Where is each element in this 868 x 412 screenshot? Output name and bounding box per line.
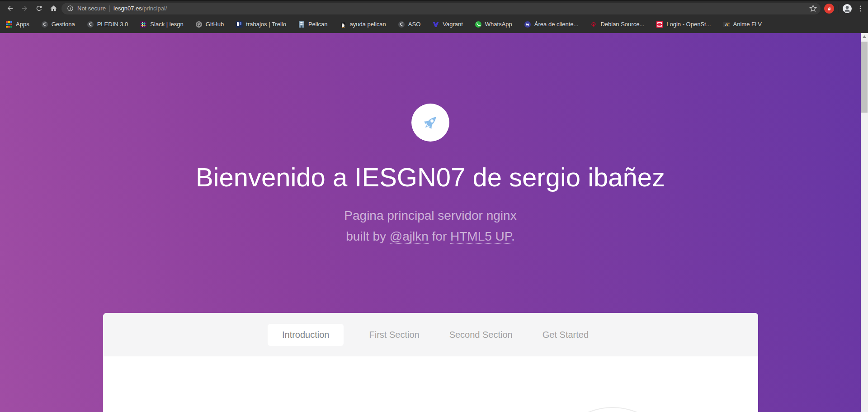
reload-icon: [35, 5, 43, 12]
page-viewport: Bienvenido a IESGN07 de sergio ibañez Pa…: [0, 33, 868, 412]
bookmark-label: ayuda pelican: [350, 21, 386, 28]
bookmark-label: Pelican: [308, 21, 328, 28]
bookmark-label: trabajos | Trello: [246, 21, 286, 28]
scrollbar-thumb[interactable]: [861, 42, 868, 113]
bookmark-gestiona[interactable]: Gestiona: [41, 21, 75, 28]
url-path: /principal/: [142, 5, 167, 12]
bookmark-aso[interactable]: ASO: [398, 21, 420, 28]
bookmark-trello[interactable]: trabajos | Trello: [236, 21, 286, 28]
byline-suffix: .: [511, 229, 515, 243]
page-subtitle: Pagina principal servidor nginx: [0, 207, 861, 225]
openstack-favicon: [656, 21, 663, 28]
bookmark-label: PLEDIN 3.0: [97, 21, 128, 28]
svg-text:F: F: [727, 22, 730, 27]
bookmark-label: ASO: [408, 21, 420, 28]
toolbar-right-cluster: [822, 3, 864, 14]
bookmark-vagrant[interactable]: Vagrant: [432, 21, 463, 28]
byline-prefix: built by: [346, 229, 390, 243]
bookmark-label: Área de cliente...: [534, 21, 579, 28]
omnibox-divider: [109, 5, 110, 12]
bookmark-apps[interactable]: Apps: [5, 21, 29, 28]
bookmark-area-cliente[interactable]: Área de cliente...: [524, 21, 579, 28]
card-body: [103, 356, 758, 412]
whatsapp-favicon: [475, 21, 482, 28]
bookmark-star-icon[interactable]: [809, 5, 817, 12]
home-button[interactable]: [47, 2, 60, 15]
apps-grid-icon: [5, 21, 13, 28]
bookmark-whatsapp[interactable]: WhatsApp: [475, 21, 512, 28]
info-icon[interactable]: [67, 5, 74, 12]
bookmark-label: Anime FLV: [733, 21, 762, 28]
animeflv-favicon: A F: [723, 21, 730, 28]
forward-button[interactable]: [18, 2, 31, 15]
bookmark-login-openstack[interactable]: Login - OpenSt...: [656, 21, 711, 28]
bookmark-label: Debian Source...: [600, 21, 644, 28]
byline-middle: for: [429, 229, 450, 243]
back-button[interactable]: [4, 2, 16, 15]
decorative-circle: [549, 407, 676, 412]
tab-second-section[interactable]: Second Section: [445, 324, 517, 346]
extension-icon[interactable]: [824, 4, 834, 14]
hand-icon: [826, 6, 832, 11]
bookmark-label: GitHub: [206, 21, 224, 28]
tab-get-started[interactable]: Get Started: [538, 324, 593, 346]
toolbar-separator: [838, 5, 838, 13]
scroll-up-arrow-icon: [863, 35, 866, 38]
bookmark-slack[interactable]: Slack | iesgn: [140, 21, 183, 28]
section-tabbar: Introduction First Section Second Sectio…: [103, 313, 758, 356]
home-icon: [50, 5, 57, 12]
debian-favicon: [590, 21, 597, 28]
scroll-up-button[interactable]: [861, 33, 868, 40]
reload-button[interactable]: [33, 2, 45, 15]
bookmark-debian-source[interactable]: Debian Source...: [590, 21, 644, 28]
forward-arrow-icon: [21, 5, 28, 12]
github-favicon: [195, 21, 203, 28]
vertical-scrollbar[interactable]: [861, 33, 868, 412]
address-bar[interactable]: Not secure iesgn07.es/principal/: [61, 3, 821, 14]
gestiona-favicon: [41, 21, 48, 28]
bookmark-animeflv[interactable]: A F Anime FLV: [723, 21, 762, 28]
bookmark-pledin[interactable]: PLEDIN 3.0: [87, 21, 128, 28]
browser-chrome: Not secure iesgn07.es/principal/: [0, 0, 868, 33]
hero-banner: Bienvenido a IESGN07 de sergio ibañez Pa…: [0, 33, 861, 412]
bookmark-label: Apps: [16, 21, 29, 28]
byline-link-ajlkn[interactable]: @ajlkn: [390, 229, 429, 244]
rocket-icon: [420, 113, 440, 133]
back-arrow-icon: [6, 5, 14, 12]
bookmark-label: Slack | iesgn: [150, 21, 183, 28]
byline-link-html5up[interactable]: HTML5 UP: [450, 229, 511, 244]
bookmark-label: Login - OpenSt...: [666, 21, 711, 28]
pledin-favicon: [87, 21, 94, 28]
tab-introduction[interactable]: Introduction: [268, 324, 344, 346]
vagrant-favicon: [432, 21, 439, 28]
menu-kebab-icon[interactable]: [856, 5, 864, 13]
client-area-favicon: [524, 21, 531, 28]
slack-favicon: [140, 21, 147, 28]
penguin-favicon: [340, 21, 347, 28]
bookmark-label: Vagrant: [443, 21, 463, 28]
browser-toolbar: Not secure iesgn07.es/principal/: [0, 1, 868, 15]
bookmark-label: WhatsApp: [485, 21, 512, 28]
tab-first-section[interactable]: First Section: [364, 324, 424, 346]
globe-favicon: [398, 21, 405, 28]
page-title: Bienvenido a IESGN07 de sergio ibañez: [0, 161, 861, 193]
byline: built by @ajlkn for HTML5 UP.: [0, 227, 861, 246]
bookmarks-bar: Apps Gestiona PLEDIN 3.0 S: [0, 15, 868, 33]
trello-favicon: [236, 21, 243, 28]
content-card: Introduction First Section Second Sectio…: [103, 313, 758, 412]
profile-avatar-icon[interactable]: [842, 3, 853, 14]
url-text[interactable]: iesgn07.es/principal/: [113, 5, 806, 12]
bookmark-pelican[interactable]: Pelican: [298, 21, 328, 28]
security-label: Not secure: [77, 5, 106, 12]
url-host: iesgn07.es: [113, 5, 142, 12]
bookmark-ayuda-pelican[interactable]: ayuda pelican: [340, 21, 386, 28]
bookmark-github[interactable]: GitHub: [195, 21, 224, 28]
logo-circle: [411, 104, 449, 142]
pelican-favicon: [298, 21, 305, 28]
bookmark-label: Gestiona: [52, 21, 75, 28]
